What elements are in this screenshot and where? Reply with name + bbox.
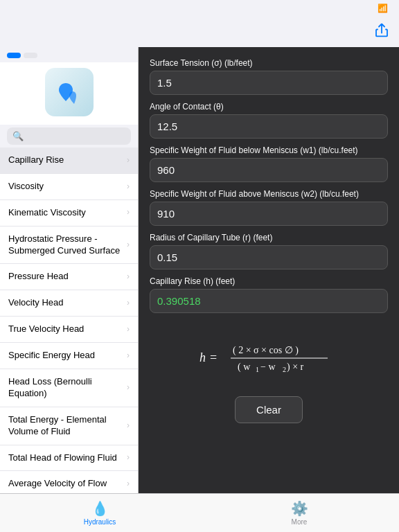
sidebar-label-8: Head Loss (Bernoulli Equation)	[8, 376, 127, 400]
sidebar-label-0: Capillary Rise	[8, 154, 127, 166]
field-input-0[interactable]	[150, 71, 388, 95]
svg-text:− w: − w	[260, 362, 276, 372]
tab-bar: 💧 Hydraulics ⚙️ More	[0, 493, 399, 532]
svg-text:( 2 × σ × cos ∅ ): ( 2 × σ × cos ∅ )	[233, 345, 299, 356]
sidebar-label-4: Pressure Head	[8, 271, 127, 283]
field-label-3: Specific Weight of Fluid above Meniscus …	[150, 189, 388, 199]
sidebar-label-2: Kinematic Viscosity	[8, 207, 127, 219]
svg-text:) × r: ) × r	[287, 362, 304, 373]
sidebar-label-7: Specific Energy Head	[8, 350, 127, 362]
field-group-3: Specific Weight of Fluid above Meniscus …	[150, 189, 388, 226]
share-button[interactable]	[375, 24, 388, 41]
sidebar-item-9[interactable]: Total Energy - Elemental Volume of Fluid…	[0, 407, 138, 445]
chevron-icon-4: ›	[127, 272, 130, 283]
field-label-5: Capillary Rise (h) (feet)	[150, 276, 388, 286]
search-bar	[0, 125, 138, 148]
sidebar-item-6[interactable]: True Velocity Head›	[0, 317, 138, 343]
chevron-icon-10: ›	[127, 452, 130, 463]
sidebar: Capillary Rise›Viscosity›Kinematic Visco…	[0, 47, 139, 493]
sidebar-label-5: Velocity Head	[8, 297, 127, 309]
sidebar-label-11: Average Velocity of Flow	[8, 478, 127, 490]
logo-area	[0, 62, 138, 125]
uscs-button[interactable]	[7, 53, 21, 58]
formula-svg: h = ( 2 × σ × cos ∅ ) ( w 1 − w 2 ) × r	[193, 334, 345, 382]
sidebar-item-8[interactable]: Head Loss (Bernoulli Equation)›	[0, 369, 138, 407]
field-label-2: Specific Weight of Fluid below Meniscus …	[150, 145, 388, 155]
formula-display: h = ( 2 × σ × cos ∅ ) ( w 1 − w 2 ) × r	[150, 320, 388, 389]
app-logo	[45, 68, 94, 116]
sidebar-label-1: Viscosity	[8, 181, 127, 193]
tab-more[interactable]: ⚙️ More	[200, 500, 399, 526]
sidebar-item-7[interactable]: Specific Energy Head›	[0, 343, 138, 369]
sidebar-item-10[interactable]: Total Head of Flowing Fluid›	[0, 445, 138, 472]
status-bar: 📶	[0, 0, 399, 17]
tab-label-0: Hydraulics	[84, 518, 116, 526]
chevron-icon-7: ›	[127, 351, 130, 362]
status-right: 📶	[378, 3, 391, 13]
sidebar-label-6: True Velocity Head	[8, 323, 127, 335]
sidebar-item-1[interactable]: Viscosity›	[0, 174, 138, 200]
chevron-icon-0: ›	[127, 155, 130, 166]
field-group-4: Radius of Capillary Tube (r) (feet)	[150, 233, 388, 269]
sidebar-label-9: Total Energy - Elemental Volume of Fluid	[8, 414, 127, 438]
field-group-5: Capillary Rise (h) (feet)	[150, 276, 388, 313]
chevron-icon-3: ›	[127, 240, 130, 251]
field-label-4: Radius of Capillary Tube (r) (feet)	[150, 233, 388, 242]
field-group-0: Surface Tension (σ) (lb/feet)	[150, 58, 388, 95]
chevron-icon-5: ›	[127, 298, 130, 309]
si-button[interactable]	[24, 53, 37, 58]
svg-text:=: =	[210, 351, 217, 364]
header	[0, 17, 399, 47]
tab-hydraulics[interactable]: 💧 Hydraulics	[0, 500, 200, 526]
field-input-1[interactable]	[150, 114, 388, 139]
field-input-4[interactable]	[150, 245, 388, 269]
tab-label-1: More	[292, 518, 308, 526]
sidebar-item-3[interactable]: Hydrostatic Pressure - Submerged Curved …	[0, 227, 138, 265]
field-input-5[interactable]	[150, 289, 388, 313]
clear-button[interactable]: Clear	[235, 396, 303, 423]
field-label-0: Surface Tension (σ) (lb/feet)	[150, 58, 388, 68]
chevron-icon-2: ›	[127, 207, 130, 218]
field-label-1: Angle of Contact (θ)	[150, 102, 388, 112]
field-group-1: Angle of Contact (θ)	[150, 102, 388, 139]
field-input-2[interactable]	[150, 158, 388, 182]
search-input[interactable]	[7, 127, 131, 145]
sidebar-item-5[interactable]: Velocity Head›	[0, 290, 138, 317]
sidebar-item-4[interactable]: Pressure Head›	[0, 264, 138, 290]
chevron-icon-6: ›	[127, 324, 130, 335]
sidebar-label-3: Hydrostatic Pressure - Submerged Curved …	[8, 233, 127, 257]
unit-switcher	[0, 47, 138, 62]
chevron-icon-11: ›	[127, 479, 130, 490]
main-layout: Capillary Rise›Viscosity›Kinematic Visco…	[0, 47, 399, 493]
chevron-icon-1: ›	[127, 181, 130, 193]
sidebar-item-0[interactable]: Capillary Rise›	[0, 148, 138, 174]
sidebar-list: Capillary Rise›Viscosity›Kinematic Visco…	[0, 148, 138, 493]
field-group-2: Specific Weight of Fluid below Meniscus …	[150, 145, 388, 182]
sidebar-item-2[interactable]: Kinematic Viscosity›	[0, 200, 138, 227]
chevron-icon-9: ›	[127, 420, 130, 432]
field-input-3[interactable]	[150, 202, 388, 226]
svg-text:2: 2	[283, 366, 286, 373]
tab-icon-0: 💧	[91, 500, 109, 517]
svg-text:h: h	[200, 351, 206, 364]
sidebar-label-10: Total Head of Flowing Fluid	[8, 452, 127, 464]
svg-text:1: 1	[256, 366, 259, 373]
svg-text:( w: ( w	[238, 362, 251, 373]
content-area: Surface Tension (σ) (lb/feet)Angle of Co…	[139, 47, 399, 493]
tab-icon-1: ⚙️	[291, 500, 308, 517]
wifi-icon: 📶	[378, 3, 388, 13]
sidebar-item-11[interactable]: Average Velocity of Flow›	[0, 471, 138, 493]
chevron-icon-8: ›	[127, 382, 130, 393]
